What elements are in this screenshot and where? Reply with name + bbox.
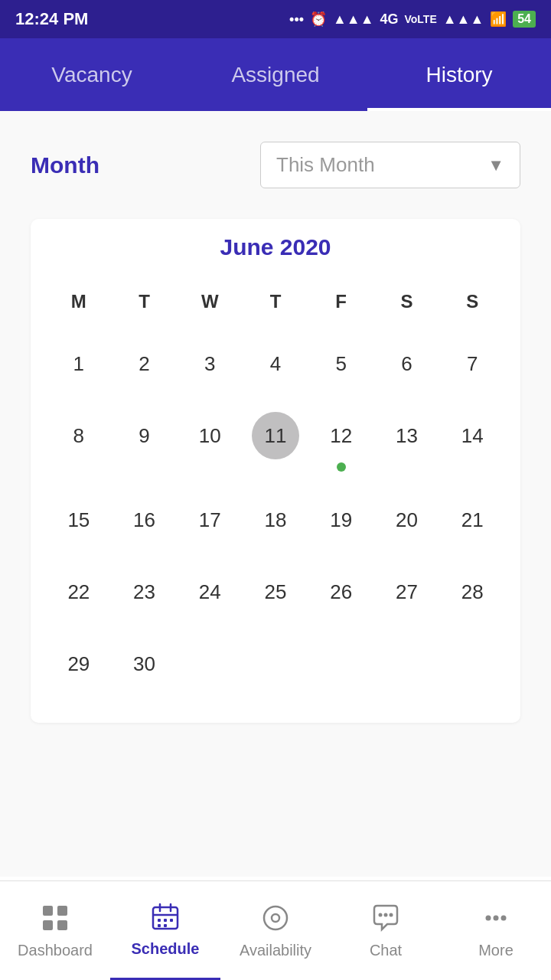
cal-day-23[interactable]: 23: [112, 556, 178, 628]
cal-day-11[interactable]: 11: [243, 400, 308, 484]
weekday-tue: T: [112, 283, 178, 328]
status-time: 12:24 PM: [15, 9, 88, 29]
bottom-nav: Dashboard Schedule Availa: [0, 880, 551, 980]
svg-rect-2: [43, 920, 53, 930]
cal-day-5[interactable]: 5: [308, 328, 374, 400]
nav-label-availability: Availability: [240, 942, 311, 959]
svg-point-20: [501, 915, 507, 920]
svg-point-14: [272, 914, 279, 922]
calendar: June 2020 M T W T F S S 1 2 3 4 5 6 7 8 …: [31, 219, 520, 723]
nav-item-schedule[interactable]: Schedule: [110, 881, 220, 980]
cal-day-21[interactable]: 21: [439, 484, 505, 556]
calendar-grid: M T W T F S S 1 2 3 4 5 6 7 8 9 10 11: [46, 283, 505, 700]
month-label: Month: [31, 152, 99, 178]
nav-item-dashboard[interactable]: Dashboard: [0, 881, 110, 980]
alarm-icon: ⏰: [310, 11, 327, 28]
cal-day-3[interactable]: 3: [177, 328, 243, 400]
chevron-down-icon: ▼: [487, 155, 504, 175]
cal-day-22[interactable]: 22: [46, 556, 112, 628]
cal-day-27[interactable]: 27: [374, 556, 440, 628]
cal-day-13[interactable]: 13: [374, 400, 440, 484]
cal-day-9[interactable]: 9: [112, 400, 178, 484]
availability-icon: [260, 903, 291, 937]
svg-rect-12: [164, 924, 167, 927]
nav-label-chat: Chat: [370, 942, 402, 959]
month-dropdown-value: This Month: [276, 153, 375, 177]
svg-rect-10: [170, 919, 173, 922]
volte-icon: VoLTE: [404, 13, 436, 25]
nav-item-availability[interactable]: Availability: [220, 881, 331, 980]
cal-day-8[interactable]: 8: [46, 400, 112, 484]
weekday-thu: T: [243, 283, 308, 328]
cal-day-7[interactable]: 7: [439, 328, 505, 400]
cal-day-28[interactable]: 28: [439, 556, 505, 628]
weekday-mon: M: [46, 283, 112, 328]
cal-day-18[interactable]: 18: [243, 484, 308, 556]
signal-dots: •••: [289, 11, 304, 28]
weekday-sun: S: [439, 283, 505, 328]
nav-item-more[interactable]: More: [441, 881, 551, 980]
signal-bars-icon: ▲▲▲: [333, 11, 373, 28]
schedule-icon: [150, 901, 181, 936]
cal-day-6[interactable]: 6: [374, 328, 440, 400]
dashboard-icon: [40, 903, 70, 937]
main-content: Month This Month ▼ June 2020 M T W T F S…: [0, 111, 551, 877]
status-bar: 12:24 PM ••• ⏰ ▲▲▲ 4G VoLTE ▲▲▲ 📶 54: [0, 0, 551, 38]
cal-day-15[interactable]: 15: [46, 484, 112, 556]
status-icons: ••• ⏰ ▲▲▲ 4G VoLTE ▲▲▲ 📶 54: [289, 11, 536, 28]
svg-rect-8: [158, 919, 161, 922]
chat-icon: [370, 903, 401, 937]
cal-day-4[interactable]: 4: [243, 328, 308, 400]
cal-empty-5: [439, 628, 505, 700]
cal-day-1[interactable]: 1: [46, 328, 112, 400]
weekday-sat: S: [374, 283, 440, 328]
signal-bars-2-icon: ▲▲▲: [443, 11, 484, 28]
cal-day-10[interactable]: 10: [177, 400, 243, 484]
svg-point-16: [384, 913, 388, 916]
calendar-title: June 2020: [46, 234, 505, 260]
cal-day-17[interactable]: 17: [177, 484, 243, 556]
cal-day-24[interactable]: 24: [177, 556, 243, 628]
more-icon: [481, 903, 511, 937]
cal-day-14[interactable]: 14: [439, 400, 505, 484]
tab-vacancy[interactable]: Vacancy: [0, 38, 184, 111]
month-dropdown[interactable]: This Month ▼: [260, 142, 520, 188]
cal-day-12[interactable]: 12: [308, 400, 374, 484]
cal-day-16[interactable]: 16: [112, 484, 178, 556]
nav-label-schedule: Schedule: [132, 940, 200, 958]
cal-day-2[interactable]: 2: [112, 328, 178, 400]
svg-rect-0: [43, 906, 53, 916]
svg-rect-9: [164, 919, 167, 922]
cal-day-26[interactable]: 26: [308, 556, 374, 628]
network-4g: 4G: [380, 11, 398, 28]
cal-day-30[interactable]: 30: [112, 628, 178, 700]
svg-point-17: [390, 913, 393, 916]
tab-history[interactable]: History: [367, 38, 551, 111]
svg-point-18: [486, 915, 491, 920]
filter-row: Month This Month ▼: [31, 142, 520, 188]
battery-icon: 54: [513, 11, 536, 28]
cal-day-29[interactable]: 29: [46, 628, 112, 700]
cal-day-19[interactable]: 19: [308, 484, 374, 556]
svg-point-19: [494, 915, 499, 920]
weekday-wed: W: [177, 283, 243, 328]
svg-rect-1: [57, 906, 67, 916]
cal-empty-2: [243, 628, 308, 700]
cal-empty-4: [374, 628, 440, 700]
cal-day-20[interactable]: 20: [374, 484, 440, 556]
top-tab-bar: Vacancy Assigned History: [0, 38, 551, 111]
svg-rect-11: [158, 924, 161, 927]
cal-day-25[interactable]: 25: [243, 556, 308, 628]
svg-point-13: [264, 906, 287, 929]
nav-item-chat[interactable]: Chat: [331, 881, 441, 980]
nav-label-more: More: [478, 942, 514, 959]
cal-empty-1: [177, 628, 243, 700]
svg-point-15: [379, 913, 383, 916]
cal-empty-3: [308, 628, 374, 700]
svg-rect-3: [57, 920, 67, 930]
tab-assigned[interactable]: Assigned: [184, 38, 367, 111]
weekday-fri: F: [308, 283, 374, 328]
wifi-icon: 📶: [490, 11, 507, 28]
event-dot-12: [337, 462, 346, 472]
nav-label-dashboard: Dashboard: [18, 942, 93, 959]
